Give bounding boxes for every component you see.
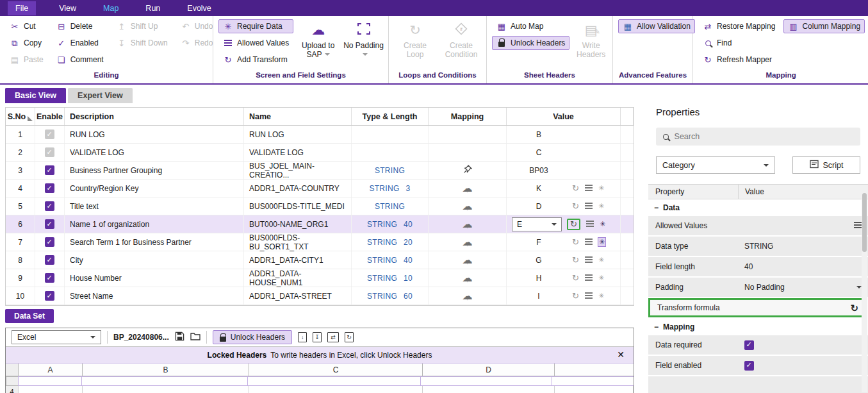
- allowed-values-icon[interactable]: [854, 221, 862, 230]
- table-row[interactable]: 1 RUN LOG RUN LOG B: [6, 126, 634, 144]
- enable-checkbox[interactable]: [45, 201, 54, 211]
- no-padding-button[interactable]: No Padding: [343, 19, 384, 60]
- property-row[interactable]: Field length 40: [648, 257, 868, 276]
- required-icon[interactable]: ✳: [598, 256, 604, 264]
- property-row[interactable]: Field enabled: [648, 356, 868, 375]
- allowed-values-icon[interactable]: [585, 256, 593, 265]
- enable-checkbox[interactable]: [45, 273, 54, 283]
- upload-mapping-icon[interactable]: ☁↑: [463, 201, 473, 212]
- col-mapping[interactable]: Mapping: [429, 108, 507, 125]
- col-enable[interactable]: Enable: [35, 108, 65, 125]
- enable-checkbox[interactable]: [45, 291, 54, 301]
- required-icon[interactable]: ✳: [600, 220, 605, 228]
- export-sheet-icon[interactable]: ↧: [313, 332, 322, 342]
- scrollbar-thumb[interactable]: [862, 193, 867, 252]
- refresh-mapper-button[interactable]: ↻Refresh Mapper: [698, 53, 780, 67]
- grid-corner[interactable]: [6, 364, 19, 376]
- enabled-button[interactable]: ✓Enabled: [52, 36, 108, 50]
- close-icon[interactable]: ✕: [617, 349, 625, 360]
- value-cell[interactable]: BP03: [507, 166, 571, 175]
- property-row[interactable]: Padding No Padding: [648, 278, 868, 297]
- value-cell[interactable]: F: [507, 238, 571, 247]
- table-row[interactable]: 7 Search Term 1 for Business Partner BUS…: [6, 233, 634, 251]
- table-row[interactable]: 10 Street Name ADDR1_DATA-STREET STRING6…: [6, 287, 634, 305]
- value-cell[interactable]: B: [507, 130, 571, 139]
- grid-column-header[interactable]: C: [249, 364, 423, 376]
- enable-checkbox[interactable]: [45, 219, 54, 229]
- required-icon[interactable]: ✳: [598, 292, 604, 300]
- transform-icon[interactable]: ↻: [572, 256, 579, 264]
- value-cell[interactable]: K: [507, 184, 571, 193]
- require-data-button[interactable]: ✳Require Data: [218, 19, 293, 33]
- collapse-icon[interactable]: −: [654, 322, 659, 331]
- column-mapping-button[interactable]: ▥Column Mapping: [783, 19, 865, 33]
- grid-cell[interactable]: [83, 386, 249, 393]
- value-cell[interactable]: D: [507, 202, 571, 211]
- enable-checkbox[interactable]: [45, 165, 54, 175]
- data-set-tab[interactable]: Data Set: [5, 309, 54, 323]
- add-transform-button[interactable]: ↻Add Transform: [218, 53, 293, 67]
- value-cell[interactable]: C: [507, 148, 571, 157]
- required-icon[interactable]: ✳: [598, 202, 604, 210]
- section-mapping[interactable]: −Mapping: [648, 319, 868, 335]
- col-name[interactable]: Name: [244, 108, 352, 125]
- table-row[interactable]: 3 Business Partner Grouping BUS_JOEL_MAI…: [6, 162, 634, 180]
- script-button[interactable]: Script: [792, 156, 860, 174]
- unlock-headers-button[interactable]: Unlock Headers: [213, 330, 292, 344]
- allowed-values-icon[interactable]: [585, 202, 593, 211]
- property-row-transform-formula[interactable]: Transform formula ↻: [648, 298, 867, 317]
- upload-mapping-icon[interactable]: ☁↑: [463, 237, 473, 247]
- allow-validation-button[interactable]: ▦Allow Validation: [618, 19, 695, 33]
- transform-icon[interactable]: ↻: [572, 292, 579, 300]
- open-folder-icon[interactable]: [190, 332, 201, 342]
- field-enabled-checkbox[interactable]: [744, 361, 754, 371]
- required-icon[interactable]: ✳: [598, 184, 604, 192]
- padding-dropdown[interactable]: No Padding: [738, 283, 868, 292]
- grid-cell[interactable]: [81, 376, 248, 386]
- menu-evolve[interactable]: Evolve: [183, 1, 215, 15]
- upload-mapping-icon[interactable]: ☁↑: [463, 291, 473, 301]
- col-value[interactable]: Value: [507, 108, 621, 125]
- search-input[interactable]: [675, 132, 853, 141]
- upload-mapping-icon[interactable]: ☁↑: [463, 255, 473, 265]
- transform-icon[interactable]: ↻: [572, 238, 579, 246]
- grid-column-header[interactable]: D: [423, 364, 555, 376]
- property-row[interactable]: Allowed Values: [648, 216, 868, 235]
- grid-row-header[interactable]: 4: [6, 386, 19, 393]
- enable-checkbox[interactable]: [45, 237, 54, 247]
- unlock-headers-button[interactable]: Unlock Headers: [492, 36, 569, 50]
- allowed-values-icon[interactable]: [585, 274, 593, 283]
- upload-to-sap-button[interactable]: ☁↑ Upload to SAP: [297, 19, 339, 60]
- col-sno[interactable]: S.No: [8, 112, 26, 121]
- compare-columns-icon[interactable]: ⇄: [327, 332, 339, 342]
- upload-mapping-icon[interactable]: ☁↑: [463, 219, 473, 230]
- transform-icon[interactable]: ↻: [850, 303, 858, 313]
- category-dropdown[interactable]: Category: [656, 156, 775, 174]
- grid-column-header[interactable]: A: [19, 364, 83, 376]
- value-cell[interactable]: G: [507, 256, 571, 265]
- grid-cell[interactable]: [420, 376, 552, 386]
- properties-scrollbar[interactable]: [862, 192, 867, 392]
- value-cell[interactable]: I: [507, 292, 571, 301]
- table-row[interactable]: 9 House Number ADDR1_DATA-HOUSE_NUM1 STR…: [6, 269, 634, 287]
- allowed-values-button[interactable]: Allowed Values: [218, 36, 293, 50]
- upload-mapping-icon[interactable]: ☁↑: [463, 183, 473, 194]
- copy-button[interactable]: ⧉Copy: [5, 36, 48, 50]
- tab-basic-view[interactable]: Basic View: [5, 88, 66, 103]
- find-button[interactable]: Find: [698, 36, 780, 50]
- value-dropdown[interactable]: E: [512, 217, 562, 231]
- menu-file[interactable]: File: [8, 1, 36, 15]
- allowed-values-icon[interactable]: [585, 238, 593, 247]
- menu-view[interactable]: View: [55, 1, 80, 15]
- transform-icon[interactable]: ↻: [570, 219, 577, 229]
- required-icon[interactable]: ✳: [598, 238, 605, 246]
- tab-expert-view[interactable]: Expert View: [68, 88, 133, 103]
- grid-cell[interactable]: [247, 376, 421, 386]
- allowed-values-icon[interactable]: [586, 220, 594, 229]
- grid-column-header[interactable]: B: [83, 364, 249, 376]
- reload-sheet-icon[interactable]: ↻: [345, 332, 354, 342]
- import-sheet-icon[interactable]: ↓: [298, 332, 307, 342]
- grid-cell[interactable]: [423, 386, 555, 393]
- cut-button[interactable]: ✂Cut: [5, 19, 48, 33]
- grid-cell[interactable]: [18, 376, 82, 386]
